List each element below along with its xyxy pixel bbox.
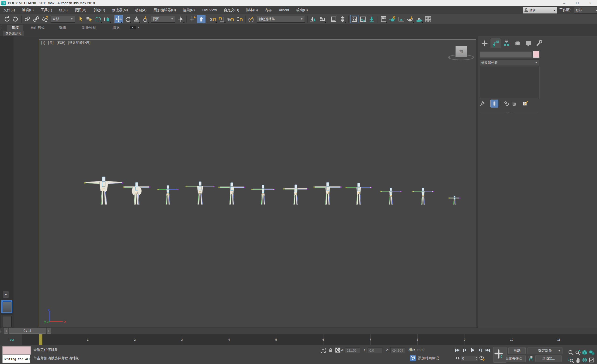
z-coordinate-field[interactable]: -24.304 bbox=[390, 348, 405, 353]
link-icon[interactable] bbox=[23, 15, 31, 23]
prev-frame-arrow[interactable]: ‹ bbox=[4, 328, 8, 334]
viewcube[interactable]: 前 bbox=[456, 46, 467, 57]
pivot-center-icon[interactable] bbox=[177, 15, 185, 23]
snap-percent-icon[interactable]: % bbox=[227, 15, 235, 23]
isolate-selection-toggle[interactable] bbox=[410, 355, 416, 361]
menu-Arnold[interactable]: Arnold bbox=[275, 6, 292, 14]
character-figure-4[interactable] bbox=[185, 182, 215, 207]
menu-创建C[interactable]: 创建(C) bbox=[90, 6, 109, 14]
menu-图形编辑器D[interactable]: 图形编辑器(D) bbox=[150, 6, 179, 14]
snap-3d-icon[interactable]: 3 bbox=[209, 15, 217, 23]
panel-divider[interactable] bbox=[480, 110, 539, 112]
character-figure-9[interactable] bbox=[345, 183, 372, 207]
remove-modifier-icon[interactable] bbox=[511, 101, 517, 107]
zoom-all-icon[interactable] bbox=[575, 349, 581, 356]
make-unique-icon[interactable] bbox=[503, 101, 510, 107]
selection-lock-icon[interactable] bbox=[327, 347, 333, 353]
viewport-menu-shading[interactable]: [默认明暗处理] bbox=[68, 41, 91, 45]
menu-工具T[interactable]: 工具(T) bbox=[37, 6, 55, 14]
character-figure-11[interactable] bbox=[412, 188, 434, 207]
track-bar[interactable]: 01234567891011 bbox=[0, 334, 597, 345]
workspace-dropdown[interactable]: 默认 ▼ bbox=[574, 7, 597, 14]
modifier-list-dropdown[interactable]: 修改器列表 ▼ bbox=[480, 59, 539, 66]
menu-视图V[interactable]: 视图(V) bbox=[71, 6, 90, 14]
modifier-stack[interactable] bbox=[480, 67, 539, 98]
key-filters-icon[interactable] bbox=[527, 355, 534, 361]
command-tab-hierarchy[interactable] bbox=[501, 38, 512, 48]
menu-自定义U[interactable]: 自定义(U) bbox=[220, 6, 243, 14]
menu-修改器M[interactable]: 修改器(M) bbox=[109, 6, 132, 14]
align-icon[interactable] bbox=[318, 15, 326, 23]
command-tab-modify[interactable] bbox=[490, 38, 501, 48]
prev-frame-icon[interactable] bbox=[462, 347, 468, 353]
kbd-override-icon[interactable] bbox=[197, 15, 205, 23]
rotate-icon[interactable] bbox=[123, 15, 132, 23]
character-figure-5[interactable] bbox=[218, 182, 246, 207]
command-tab-display[interactable] bbox=[523, 38, 534, 48]
layout-expand-button[interactable]: ▶ bbox=[3, 292, 9, 298]
character-figure-3[interactable] bbox=[157, 185, 179, 207]
undo-icon[interactable] bbox=[3, 15, 11, 23]
set-keys-button[interactable]: 设置关键点 bbox=[502, 355, 526, 362]
auto-key-button[interactable]: 自动 bbox=[508, 347, 526, 354]
unlink-icon[interactable] bbox=[32, 15, 40, 23]
rendered-frame-icon[interactable] bbox=[397, 15, 406, 23]
play-icon[interactable] bbox=[469, 347, 476, 353]
viewport-menu-pov[interactable]: [前] bbox=[48, 41, 54, 45]
maxscript-mini-listener-input[interactable] bbox=[2, 346, 31, 355]
pan-icon[interactable] bbox=[575, 357, 581, 363]
ribbon-tab-4[interactable]: 对象绘制 bbox=[78, 25, 100, 31]
add-time-tag[interactable]: 添加时间标记 bbox=[418, 356, 439, 361]
state-sets-icon[interactable] bbox=[424, 15, 432, 23]
curve-editor-icon[interactable] bbox=[359, 15, 367, 23]
snap-angle-icon[interactable] bbox=[218, 15, 226, 23]
menu-脚本S[interactable]: 脚本(S) bbox=[243, 6, 261, 14]
scene-explorer-icon[interactable] bbox=[338, 15, 347, 23]
render-icon[interactable] bbox=[406, 15, 414, 23]
maxscript-mini-listener-output[interactable]: Testing for ALC bbox=[2, 355, 30, 363]
character-figure-2[interactable] bbox=[123, 182, 151, 207]
character-figure-12[interactable] bbox=[448, 196, 461, 207]
select-by-name-icon[interactable] bbox=[85, 15, 94, 23]
menu-文件F[interactable]: 文件(F) bbox=[0, 6, 18, 14]
menu-内容[interactable]: 内容 bbox=[261, 6, 275, 14]
redo-icon[interactable] bbox=[11, 15, 20, 23]
region-rect-icon[interactable] bbox=[94, 15, 102, 23]
tab-polygon-modeling[interactable]: 多边形建模 bbox=[3, 31, 24, 36]
zoom-icon[interactable] bbox=[568, 349, 574, 356]
spinner-arrows-icon[interactable]: ▲▼ bbox=[475, 356, 477, 361]
mini-curve-editor-button[interactable] bbox=[0, 334, 22, 345]
time-configuration-icon[interactable] bbox=[479, 355, 485, 361]
menu-帮助H[interactable]: 帮助(H) bbox=[292, 6, 311, 14]
viewport-menu-general[interactable]: [+] bbox=[41, 41, 45, 45]
object-color-swatch[interactable] bbox=[533, 51, 539, 58]
layer-explorer-icon[interactable] bbox=[330, 15, 338, 23]
schematic-view-icon[interactable] bbox=[368, 15, 376, 23]
select-icon[interactable] bbox=[76, 15, 85, 23]
character-figure-7[interactable] bbox=[283, 184, 308, 207]
ribbon-minimize-icon[interactable]: ▼ bbox=[130, 26, 136, 29]
orbit-icon[interactable] bbox=[581, 357, 588, 363]
ribbon-tab-5[interactable]: 填充 bbox=[109, 25, 124, 31]
character-figure-10[interactable] bbox=[380, 188, 402, 207]
ribbon-toggle-icon[interactable] bbox=[350, 15, 358, 23]
configure-sets-icon[interactable] bbox=[522, 101, 528, 107]
minimize-button[interactable]: – bbox=[558, 0, 571, 6]
command-tab-utilities[interactable] bbox=[534, 38, 545, 48]
key-mode-toggle-icon[interactable] bbox=[454, 355, 461, 361]
ribbon-grip[interactable] bbox=[0, 25, 2, 30]
viewport-menu-standard[interactable]: [标准] bbox=[57, 41, 65, 45]
menu-组G[interactable]: 组(G) bbox=[55, 6, 71, 14]
key-filters-button[interactable]: 过滤器... bbox=[535, 355, 562, 362]
close-button[interactable]: × bbox=[584, 0, 597, 6]
character-figure-1[interactable] bbox=[84, 176, 124, 207]
absolute-mode-toggle-icon[interactable] bbox=[335, 347, 341, 353]
manipulate-icon[interactable] bbox=[188, 15, 196, 23]
character-figure-8[interactable] bbox=[313, 182, 342, 207]
scale-icon[interactable] bbox=[132, 15, 141, 23]
y-coordinate-field[interactable]: 0.0 bbox=[368, 348, 383, 353]
selection-set-dropdown[interactable]: 选定对象 ▼ bbox=[527, 347, 563, 354]
go-start-icon[interactable] bbox=[454, 347, 460, 353]
selection-brackets-icon[interactable] bbox=[320, 347, 326, 353]
object-name-field[interactable] bbox=[480, 51, 532, 58]
